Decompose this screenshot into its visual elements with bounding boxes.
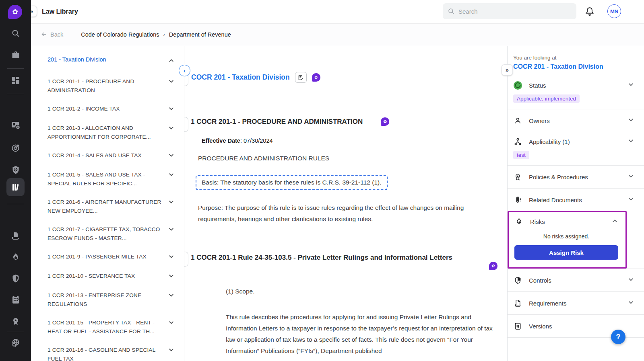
chevron-down-icon[interactable] [627,196,634,204]
chevron-down-icon[interactable] [627,299,634,308]
document-inbox-icon[interactable] [0,229,31,243]
section-subtitle: PROCEDURE AND ADMINISTRATION RULES [198,155,329,162]
goal-target-icon[interactable] [0,141,31,155]
owners-label: Owners [529,117,627,124]
page-title: Law Library [42,8,78,15]
tree-collapse-button[interactable]: ‹ [179,65,190,76]
chevron-down-icon[interactable] [168,347,175,355]
chevron-down-icon[interactable] [168,273,175,281]
chevron-down-icon[interactable] [627,173,634,181]
controls-shield-icon[interactable] [0,272,31,285]
rule-body-paragraph: This rule describes the procedures for a… [226,312,495,357]
risks-label: Risks [530,218,611,225]
certification-badge-icon[interactable] [0,315,31,328]
notifications-bell-icon[interactable] [584,6,595,17]
basis-highlight-box[interactable]: Basis: The statutory basis for these rul… [196,175,388,190]
requirements-section-header[interactable]: Requirements [513,292,634,314]
chevron-down-icon[interactable] [168,125,175,133]
status-label: Status [529,82,627,89]
document-title[interactable]: COCR 201 - Taxation Division [191,73,290,82]
policies-label: Policies & Procedures [529,174,627,180]
chevron-down-icon[interactable] [168,105,175,114]
rule-heading: 1 COCR 201-1 Rule 24-35-103.5 - Private … [191,251,469,265]
chevron-down-icon[interactable] [627,137,634,146]
status-badge: Applicable, implemented [513,94,580,103]
chevron-down-icon[interactable] [627,276,634,285]
tree-item[interactable]: 1 CCR 201-6 - AIRCRAFT MANUFACTURER NEW … [47,198,175,215]
chevron-down-icon[interactable] [168,171,175,180]
owners-section-header[interactable]: Owners [513,109,634,132]
global-search-bar[interactable] [443,3,576,19]
controls-section-header[interactable]: Controls [513,269,634,291]
user-avatar[interactable]: MN [607,4,621,18]
tree-header[interactable]: 201 - Taxation Division [47,56,175,65]
risk-flame-icon[interactable] [0,250,31,264]
chevron-down-icon[interactable] [168,226,175,234]
ai-assistant-icon[interactable]: ✿ [381,117,389,126]
section-heading: 1 COCR 201-1 - PROCEDURE AND ADMINISTRAT… [191,118,363,126]
version-hash-icon [513,322,522,330]
risks-highlight-outline: Risks No risks assigned. Assign Risk [508,211,627,269]
alerts-feed-icon[interactable] [0,118,31,132]
risks-section-header[interactable]: Risks [514,212,618,231]
back-button[interactable]: Back [41,31,63,38]
tree-item[interactable]: 1 CCR 201-9 - PASSENGER MILE TAX [47,252,175,262]
dashboard-icon[interactable] [0,74,31,87]
tree-item[interactable]: 1 CCR 201-4 - SALES AND USE TAX [47,151,175,160]
panel-expand-button[interactable]: » [502,64,513,76]
tree-item[interactable]: 1 CCR 201-16 - GASOLINE AND SPECIAL FUEL… [47,346,175,361]
breadcrumb: Code of Colorado Regulations › Departmen… [81,31,231,38]
chevron-down-icon[interactable] [627,81,634,90]
related-documents-section-header[interactable]: Related Documents [513,189,634,211]
briefcase-icon[interactable] [0,49,31,62]
chevron-down-icon[interactable] [168,78,175,86]
search-icon[interactable] [0,27,31,40]
global-shield-icon[interactable] [0,163,31,177]
tree-item[interactable]: 1 CCR 201-5 - SALES AND USE TAX - SPECIA… [47,170,175,188]
app-rail: ✿ [0,0,31,361]
panel-section-owners: Owners [508,109,644,132]
tree-item[interactable]: 1 CCR 201-7 - CIGARETTE TAX, TOBACCO ESC… [47,225,175,242]
panel-section-risks: Risks No risks assigned. Assign Risk [509,212,625,260]
status-section-header[interactable]: Status [513,76,634,94]
panel-section-controls: Controls [508,269,644,291]
chevron-down-icon[interactable] [168,199,175,207]
tree-item[interactable]: 1 CCR 201-10 - SEVERANCE TAX [47,272,175,281]
breadcrumb-item[interactable]: Code of Colorado Regulations [81,31,159,38]
tree-item[interactable]: 1 CCR 201-3 - ALLOCATION AND APPORTIONME… [47,124,175,141]
help-button[interactable]: ? [611,330,625,344]
panel-section-requirements: Requirements [508,291,644,314]
person-icon [513,116,522,125]
applicability-badge: test [513,151,529,159]
related-documents-label: Related Documents [529,197,627,203]
tree-header-label: 201 - Taxation Division [47,56,106,63]
tree-item[interactable]: 1 CCR 201-15 - PROPERTY TAX - RENT - HEA… [47,318,175,336]
scope-label: (1) Scope. [226,288,255,295]
tree-item[interactable]: 1 CCR 201-2 - INCOME TAX [47,105,175,114]
policies-section-header[interactable]: Policies & Procedures [513,166,634,188]
chevron-down-icon[interactable] [168,152,175,160]
ai-assistant-icon[interactable]: ✿ [489,262,497,270]
chevron-down-icon[interactable] [168,319,175,328]
tree-item[interactable]: 1 CCR 201-1 - PROCEDURE AND ADMINISTRATI… [47,77,175,94]
chevron-up-icon[interactable] [611,217,618,226]
ai-assistant-icon[interactable]: ✿ [312,73,320,82]
chevron-down-icon[interactable] [168,253,175,262]
panel-section-policies: Policies & Procedures [508,165,644,188]
panel-document-title[interactable]: COCR 201 - Taxation Division [508,61,644,76]
law-library-icon-active[interactable] [6,178,25,196]
applicability-section-header[interactable]: Applicability (1) [513,132,634,151]
assessments-clipboard-icon[interactable] [0,293,31,306]
assign-risk-button[interactable]: Assign Risk [514,245,618,260]
search-input[interactable] [458,8,563,15]
annotate-note-button[interactable] [295,72,307,83]
tree-item[interactable]: 1 CCR 201-13 - ENTERPRISE ZONE REGULATIO… [47,291,175,308]
breadcrumb-bar: Back Code of Colorado Regulations › Depa… [31,23,644,46]
app-logo-icon[interactable]: ✿ [8,5,22,19]
status-ring-icon [513,81,522,90]
chevron-down-icon[interactable] [168,292,175,300]
breadcrumb-item[interactable]: Department of Revenue [169,31,231,38]
tree-item-list: 1 CCR 201-1 - PROCEDURE AND ADMINISTRATI… [47,77,175,361]
chevron-down-icon[interactable] [627,117,634,125]
global-search-icon[interactable] [0,336,31,350]
